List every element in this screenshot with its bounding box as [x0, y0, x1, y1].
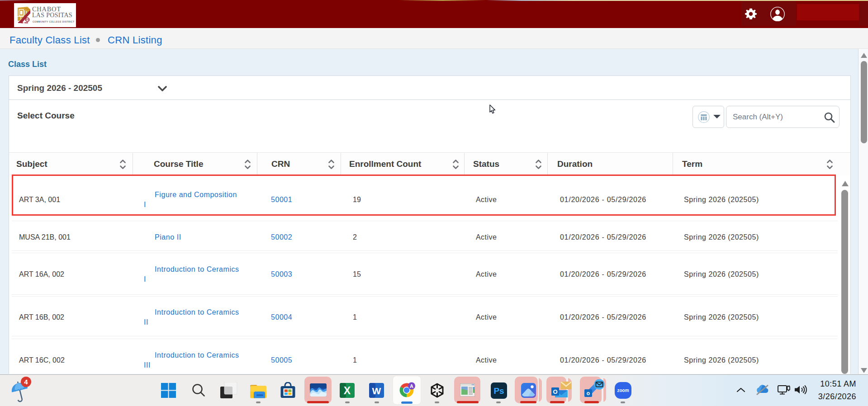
svg-text:Ps: Ps — [493, 386, 504, 396]
svg-text:A: A — [410, 383, 413, 389]
svg-text:O: O — [553, 388, 557, 395]
svg-text:X: X — [344, 385, 351, 397]
svg-text:W: W — [372, 386, 381, 396]
svg-text:zoom: zoom — [617, 388, 629, 393]
svg-text:o: o — [587, 390, 590, 397]
